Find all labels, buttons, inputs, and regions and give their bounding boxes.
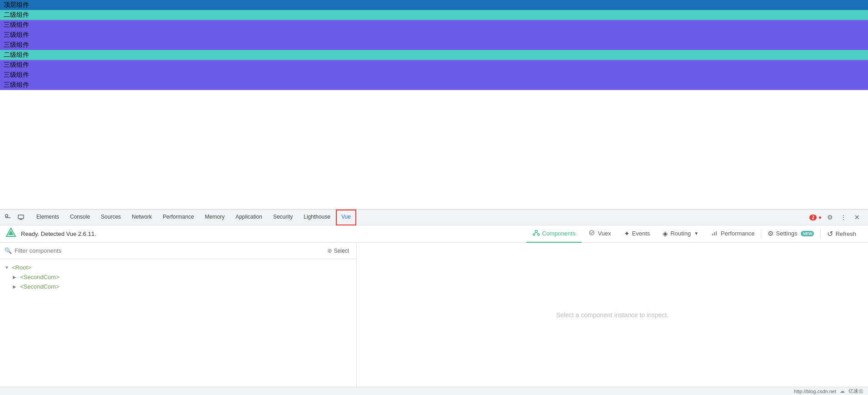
vuex-icon xyxy=(588,229,595,238)
tab-right-icons: 2 ● ⚙ ⋮ ✕ xyxy=(809,211,866,224)
nav-vuex-label: Vuex xyxy=(598,230,611,237)
status-logo-icon: ☁ xyxy=(840,388,845,394)
devtools-tab-elements[interactable]: Elements xyxy=(31,210,65,225)
devtools-tab-memory[interactable]: Memory xyxy=(200,210,230,225)
inspector-placeholder: Select a component instance to inspect. xyxy=(556,311,668,319)
search-icon: 🔍 xyxy=(5,247,12,254)
nav-components-label: Components xyxy=(542,230,576,237)
svg-rect-14 xyxy=(716,231,717,235)
performance-icon xyxy=(711,229,718,238)
svg-line-10 xyxy=(536,233,539,234)
device-icon[interactable] xyxy=(15,211,27,224)
filter-bar: 🔍 ⊕ Select xyxy=(0,243,356,259)
routing-dropdown-icon: ▼ xyxy=(694,231,698,236)
tabs-container: ElementsConsoleSourcesNetworkPerformance… xyxy=(31,210,356,225)
svg-rect-13 xyxy=(714,232,715,235)
select-label: Select xyxy=(334,248,349,254)
settings-badge: NEW xyxy=(801,231,814,236)
error-icon: ● xyxy=(818,214,822,220)
cursor-icon[interactable] xyxy=(2,211,15,224)
tree-tag-secondcom1: <SecondCom> xyxy=(20,274,60,280)
status-logo-text: 亿速云 xyxy=(848,388,863,395)
devtools-tab-vue[interactable]: Vue xyxy=(336,210,356,225)
tree-item-secondcom1[interactable]: ▶ <SecondCom> xyxy=(0,272,356,282)
select-target-icon: ⊕ xyxy=(327,247,332,254)
level2-row: 二级组件 xyxy=(0,10,868,20)
app-content: 顶层组件二级组件三级组件三级组件三级组件二级组件三级组件三级组件三级组件 xyxy=(0,0,868,209)
devtools-tabbar: ElementsConsoleSourcesNetworkPerformance… xyxy=(0,210,868,225)
devtools-tab-performance[interactable]: Performance xyxy=(157,210,200,225)
settings-icon[interactable]: ⚙ xyxy=(823,211,836,224)
refresh-label: Refresh xyxy=(835,230,856,237)
svg-rect-12 xyxy=(712,234,713,235)
devtools-tab-security[interactable]: Security xyxy=(268,210,298,225)
vue-toolbar: Ready. Detected Vue 2.6.11. Components xyxy=(0,225,868,243)
nav-performance-label: Performance xyxy=(721,230,754,237)
svg-rect-0 xyxy=(5,215,8,217)
devtools-tab-application[interactable]: Application xyxy=(230,210,268,225)
tree-arrow-secondcom1: ▶ xyxy=(13,275,20,280)
status-bar: http://blog.csdn.net ☁ 亿速云 xyxy=(0,387,868,395)
error-badge: 2 xyxy=(809,215,817,220)
level3-row: 三级组件 xyxy=(0,40,868,50)
svg-point-7 xyxy=(533,234,535,235)
svg-rect-2 xyxy=(18,215,24,219)
refresh-icon: ↺ xyxy=(827,230,833,238)
level3-row: 三级组件 xyxy=(0,60,868,70)
nav-settings[interactable]: ⚙ Settings NEW xyxy=(761,225,820,243)
vue-status: Ready. Detected Vue 2.6.11. xyxy=(21,230,96,237)
nav-events[interactable]: ✦ Events xyxy=(618,225,657,243)
tree-item-secondcom2[interactable]: ▶ <SecondCom> xyxy=(0,282,356,291)
nav-vuex[interactable]: Vuex xyxy=(582,225,617,243)
vue-content: 🔍 ⊕ Select ▼ <Root> ▶ <SecondCom> xyxy=(0,243,868,387)
nav-components[interactable]: Components xyxy=(526,225,582,243)
tree-item-root[interactable]: ▼ <Root> xyxy=(0,263,356,272)
component-tree: 🔍 ⊕ Select ▼ <Root> ▶ <SecondCom> xyxy=(0,243,357,387)
level1-row: 顶层组件 xyxy=(0,0,868,10)
nav-performance[interactable]: Performance xyxy=(705,225,761,243)
vue-logo xyxy=(5,227,16,241)
svg-line-9 xyxy=(534,233,536,234)
devtools-tab-lighthouse[interactable]: Lighthouse xyxy=(298,210,336,225)
inspector-panel: Select a component instance to inspect. xyxy=(357,243,868,387)
more-icon[interactable]: ⋮ xyxy=(837,211,850,224)
devtools-panel: ElementsConsoleSourcesNetworkPerformance… xyxy=(0,209,868,395)
tree-arrow-root: ▼ xyxy=(5,265,12,270)
events-icon: ✦ xyxy=(624,230,630,238)
svg-rect-3 xyxy=(20,219,22,220)
devtools-tab-network[interactable]: Network xyxy=(126,210,157,225)
refresh-button[interactable]: ↺ Refresh xyxy=(821,225,863,243)
vue-nav: Components Vuex ✦ Events ◈ R xyxy=(526,225,863,243)
nav-events-label: Events xyxy=(632,230,650,237)
devtools-tab-console[interactable]: Console xyxy=(65,210,95,225)
level3-row: 三级组件 xyxy=(0,70,868,80)
status-url: http://blog.csdn.net xyxy=(794,389,836,394)
level3-row: 三级组件 xyxy=(0,30,868,40)
filter-components-input[interactable] xyxy=(15,247,322,254)
svg-point-8 xyxy=(538,234,539,235)
nav-routing-label: Routing xyxy=(670,230,691,237)
components-icon xyxy=(533,229,540,238)
nav-routing[interactable]: ◈ Routing ▼ xyxy=(656,225,705,243)
devtools-tab-sources[interactable]: Sources xyxy=(95,210,126,225)
tree-content: ▼ <Root> ▶ <SecondCom> ▶ <SecondCom> xyxy=(0,259,356,387)
close-icon[interactable]: ✕ xyxy=(851,211,863,224)
level3-row: 三级组件 xyxy=(0,80,868,90)
tree-arrow-secondcom2: ▶ xyxy=(13,284,20,289)
select-button[interactable]: ⊕ Select xyxy=(324,246,352,255)
tree-tag-secondcom2: <SecondCom> xyxy=(20,283,60,290)
routing-icon: ◈ xyxy=(663,230,668,238)
tree-tag-root: <Root> xyxy=(12,264,31,271)
settings-nav-icon: ⚙ xyxy=(768,230,773,238)
nav-settings-label: Settings xyxy=(776,230,797,237)
svg-point-6 xyxy=(535,230,537,233)
level3-row: 三级组件 xyxy=(0,20,868,30)
level2-row: 二级组件 xyxy=(0,50,868,60)
